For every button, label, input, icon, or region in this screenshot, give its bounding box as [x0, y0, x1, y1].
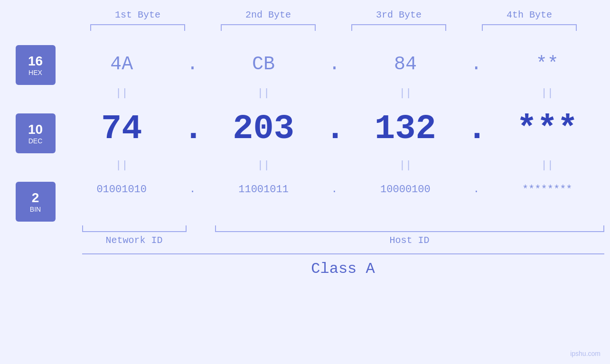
top-brackets: [73, 24, 595, 31]
dot-dec-1: .: [183, 110, 202, 149]
dec-val-4: ***: [495, 110, 600, 149]
hex-val-2: CB: [211, 54, 316, 75]
bin-row: 01001010 . 11001011 . 10000100 . *******…: [65, 175, 604, 204]
eq-1: ||: [69, 87, 174, 99]
dec-row: 74 . 203 . 132 . ***: [65, 103, 604, 155]
hex-val-1: 4A: [69, 54, 174, 75]
byte2-header: 2nd Byte: [216, 9, 320, 20]
equals-row-2: || || || ||: [65, 158, 604, 172]
hex-val-3: 84: [353, 54, 458, 75]
value-rows: 4A . CB . 84 . ** || || || || 74: [65, 45, 604, 204]
class-label: Class A: [311, 260, 375, 278]
separator-line: [82, 253, 604, 254]
bottom-brackets: [82, 225, 604, 232]
eq2-4: ||: [495, 159, 600, 171]
dec-val-1: 74: [69, 110, 174, 149]
id-spacer: [187, 235, 215, 246]
eq2-2: ||: [211, 159, 316, 171]
bracket-2: [221, 24, 316, 31]
bin-val-2: 11001011: [211, 184, 316, 196]
dot-2: .: [325, 54, 344, 75]
hex-number: 16: [28, 54, 43, 69]
dot-dec-2: .: [325, 110, 344, 149]
dec-val-3: 132: [353, 110, 458, 149]
dot-bin-2: .: [325, 184, 344, 196]
main-container: 1st Byte 2nd Byte 3rd Byte 4th Byte 16 H…: [0, 0, 610, 364]
bin-val-4: ********: [495, 184, 600, 196]
eq-3: ||: [353, 87, 458, 99]
bracket-1: [90, 24, 185, 31]
network-id-label: Network ID: [82, 235, 187, 246]
host-bracket: [215, 225, 604, 232]
hex-row: 4A . CB . 84 . **: [65, 45, 604, 83]
equals-row-1: || || || ||: [65, 86, 604, 100]
byte3-header: 3rd Byte: [347, 9, 451, 20]
dot-dec-3: .: [467, 110, 486, 149]
bin-name: BIN: [30, 205, 41, 213]
bracket-3: [351, 24, 446, 31]
base-labels: 16 HEX 10 DEC 2 BIN: [16, 45, 56, 222]
dot-bin-1: .: [183, 184, 202, 196]
watermark: ipshu.com: [570, 350, 601, 357]
dec-name: DEC: [28, 137, 43, 145]
bin-val-1: 01001010: [69, 184, 174, 196]
bracket-4: [482, 24, 577, 31]
dot-1: .: [183, 54, 202, 75]
host-id-label: Host ID: [215, 235, 604, 246]
bottom-spacer-1: [187, 225, 215, 232]
dec-number: 10: [28, 122, 43, 137]
network-bracket: [82, 225, 187, 232]
hex-badge: 16 HEX: [16, 45, 56, 85]
bin-badge: 2 BIN: [16, 182, 56, 222]
dot-bin-3: .: [467, 184, 486, 196]
bin-number: 2: [32, 190, 39, 205]
bin-val-3: 10000100: [353, 184, 458, 196]
eq2-1: ||: [69, 159, 174, 171]
dot-3: .: [467, 54, 486, 75]
class-label-row: Class A: [82, 260, 604, 278]
id-labels: Network ID Host ID: [82, 235, 604, 246]
dec-val-2: 203: [211, 110, 316, 149]
byte4-header: 4th Byte: [477, 9, 582, 20]
byte-headers: 1st Byte 2nd Byte 3rd Byte 4th Byte: [73, 9, 595, 20]
eq2-3: ||: [353, 159, 458, 171]
hex-name: HEX: [28, 69, 42, 76]
hex-val-4: **: [495, 54, 600, 75]
eq-2: ||: [211, 87, 316, 99]
dec-badge: 10 DEC: [16, 113, 56, 153]
eq-4: ||: [495, 87, 600, 99]
byte1-header: 1st Byte: [85, 9, 190, 20]
